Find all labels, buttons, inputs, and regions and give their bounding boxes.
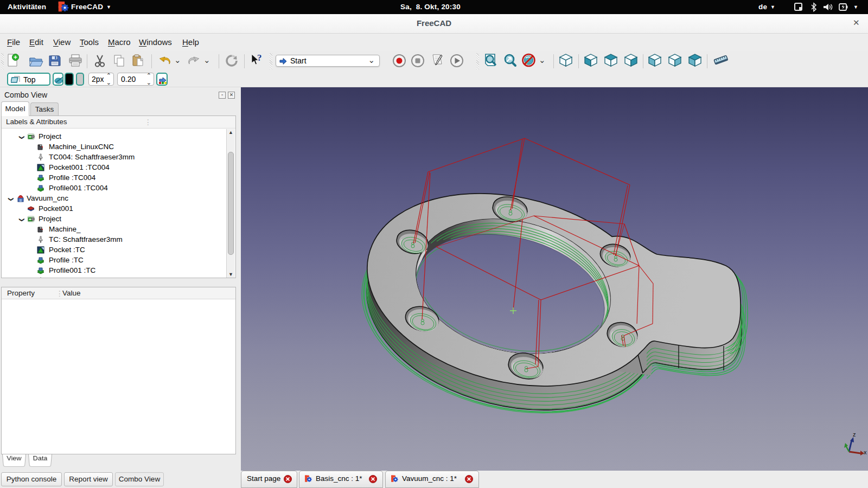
svg-text:x: x	[864, 449, 867, 455]
svg-text:z: z	[853, 431, 856, 438]
svg-text:?: ?	[257, 53, 262, 63]
